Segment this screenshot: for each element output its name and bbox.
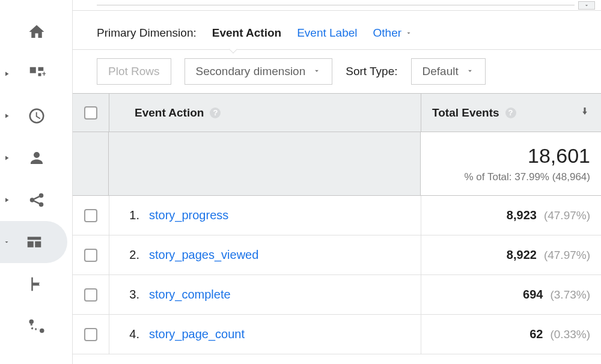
row-value: 8,922 [507, 248, 537, 262]
chart-options-button[interactable] [578, 1, 595, 10]
select-all-cell [73, 106, 109, 120]
table-summary-row: 18,601 % of Total: 37.99% (48,964) [73, 132, 601, 196]
sort-type-label: Sort Type: [346, 65, 397, 78]
row-percent: (3.73%) [550, 288, 590, 302]
caret-down-icon [466, 65, 474, 78]
nav-realtime[interactable] [0, 95, 72, 137]
caret-down-icon [405, 26, 412, 40]
help-icon[interactable]: ? [505, 108, 516, 118]
path-icon [12, 317, 72, 335]
row-percent: (0.33%) [550, 328, 590, 341]
svg-point-5 [30, 198, 35, 202]
layout-icon [12, 233, 67, 251]
clock-icon [12, 107, 72, 125]
expand-icon [1, 112, 12, 120]
svg-text:+: + [42, 70, 46, 78]
primary-dimension-label: Primary Dimension: [97, 26, 197, 40]
svg-point-7 [39, 202, 44, 207]
nav-home[interactable] [0, 11, 72, 53]
row-value: 62 [529, 327, 543, 341]
nav-attribution[interactable] [0, 305, 72, 347]
table-row: 4. story_page_count 62 (0.33%) [73, 315, 601, 354]
header-total-label: Total Events [432, 106, 499, 120]
home-icon [12, 23, 72, 41]
row-checkbox[interactable] [84, 288, 97, 302]
expand-icon [1, 154, 12, 162]
collapse-icon [1, 238, 12, 246]
app-root: + [0, 0, 601, 364]
row-checkbox[interactable] [84, 209, 97, 222]
summary-total-sub: % of Total: 37.99% (48,964) [465, 171, 591, 183]
sidebar-nav: + [0, 0, 72, 364]
dimension-event-action[interactable]: Event Action [212, 26, 281, 40]
sort-type-value: Default [423, 65, 459, 78]
summary-total-value: 18,601 [528, 144, 590, 168]
table-row: 3. story_complete 694 (3.73%) [73, 275, 601, 315]
primary-dimension-row: Primary Dimension: Event Action Event La… [73, 11, 601, 50]
strip-line [97, 5, 575, 5]
person-icon [12, 149, 72, 167]
row-checkbox[interactable] [84, 249, 97, 262]
caret-down-icon [584, 0, 590, 11]
row-number: 4. [121, 327, 139, 341]
row-number: 1. [121, 208, 139, 222]
table-header: Event Action ? Total Events ? [73, 94, 601, 132]
event-action-link[interactable]: story_progress [149, 208, 228, 222]
table-row: 2. story_pages_viewed 8,922 (47.97%) [73, 235, 601, 275]
row-value: 8,923 [507, 208, 537, 222]
row-percent: (47.97%) [544, 249, 590, 262]
secondary-dimension-select[interactable]: Secondary dimension [185, 58, 333, 85]
row-value: 694 [523, 288, 543, 302]
svg-point-9 [40, 329, 44, 333]
select-all-checkbox[interactable] [84, 106, 97, 120]
main-content: Primary Dimension: Event Action Event La… [72, 0, 601, 364]
svg-point-8 [29, 320, 34, 324]
nav-acquisition[interactable] [0, 179, 72, 221]
flag-icon [12, 275, 72, 293]
dimension-other-label: Other [373, 26, 402, 40]
expand-icon [1, 70, 12, 77]
row-number: 3. [121, 288, 139, 302]
share-icon [12, 191, 72, 209]
nav-conversions[interactable] [0, 263, 72, 305]
row-number: 2. [121, 248, 139, 262]
header-total-events[interactable]: Total Events ? [421, 94, 601, 132]
secondary-dimension-label: Secondary dimension [196, 65, 306, 78]
header-action-label: Event Action [135, 106, 204, 120]
chart-collapsed-strip [73, 0, 601, 11]
svg-rect-2 [38, 73, 41, 76]
nav-audience[interactable] [0, 137, 72, 179]
event-action-link[interactable]: story_pages_viewed [149, 248, 258, 262]
event-action-link[interactable]: story_page_count [149, 327, 245, 341]
dimension-event-label[interactable]: Event Label [297, 26, 357, 40]
nav-behavior[interactable] [0, 221, 67, 263]
svg-rect-0 [30, 67, 36, 73]
plot-rows-button[interactable]: Plot Rows [97, 58, 171, 85]
table-controls-row: Plot Rows Secondary dimension Sort Type:… [73, 50, 601, 93]
header-event-action[interactable]: Event Action ? [109, 94, 421, 132]
row-percent: (47.97%) [544, 209, 590, 222]
help-icon[interactable]: ? [210, 108, 221, 118]
event-action-link[interactable]: story_complete [149, 288, 231, 302]
nav-customization[interactable]: + [0, 53, 72, 95]
events-table: Event Action ? Total Events ? 18,601 % o… [73, 93, 601, 354]
summary-total-cell: 18,601 % of Total: 37.99% (48,964) [421, 132, 601, 195]
dashboard-icon: + [12, 65, 72, 83]
dimension-other[interactable]: Other [373, 26, 413, 40]
sort-desc-icon [579, 106, 590, 120]
table-row: 1. story_progress 8,923 (47.97%) [73, 196, 601, 235]
sort-type-select[interactable]: Default [411, 58, 486, 85]
expand-icon [1, 196, 12, 204]
svg-point-6 [39, 193, 44, 198]
caret-down-icon [313, 65, 321, 78]
row-checkbox[interactable] [84, 328, 97, 341]
